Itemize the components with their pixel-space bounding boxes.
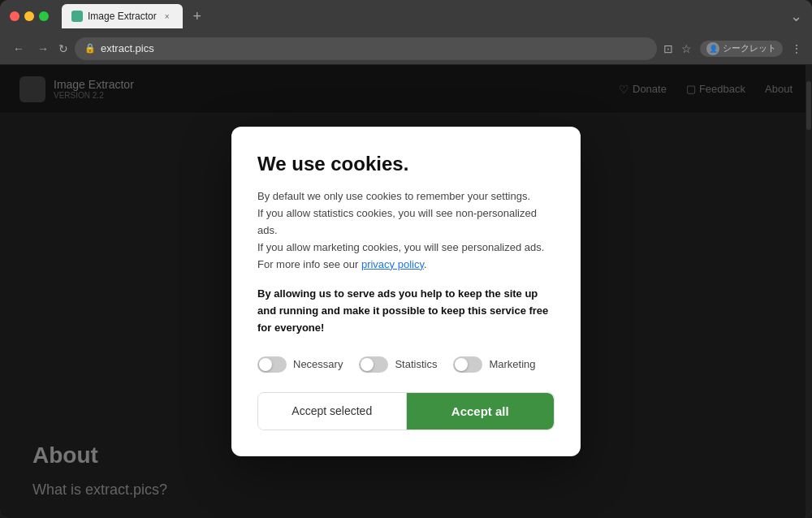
translate-icon[interactable]: ⊡ bbox=[663, 42, 673, 55]
accept-selected-button[interactable]: Accept selected bbox=[258, 393, 407, 430]
close-window-dot[interactable] bbox=[10, 11, 19, 21]
bookmark-icon[interactable]: ☆ bbox=[681, 42, 692, 55]
incognito-label: シークレット bbox=[723, 42, 776, 54]
statistics-label: Statistics bbox=[395, 358, 437, 370]
browser-frame: Image Extractor × + ⌄ ← → ↻ 🔒 extract.pi… bbox=[0, 0, 812, 518]
page-content: Image Extractor VERSION 2.2 ♡ Donate ▢ F… bbox=[0, 65, 812, 518]
modal-desc-line3: If you allow marketing cookies, you will… bbox=[257, 241, 544, 253]
modal-bold-text: By allowing us to serve ads you help to … bbox=[257, 286, 555, 336]
modal-desc-line4: For more info see our bbox=[257, 258, 358, 270]
modal-overlay: We use cookies. By default we only use c… bbox=[0, 65, 812, 518]
accept-all-button[interactable]: Accept all bbox=[407, 393, 555, 430]
incognito-badge: 👤 シークレット bbox=[700, 41, 783, 57]
necessary-toggle[interactable] bbox=[257, 356, 287, 373]
chrome-options-icon[interactable]: ⋮ bbox=[791, 42, 802, 55]
privacy-policy-link[interactable]: privacy policy bbox=[361, 258, 424, 270]
toggle-item-statistics: Statistics bbox=[359, 356, 437, 373]
statistics-toggle-thumb bbox=[361, 358, 374, 371]
marketing-toggle-thumb bbox=[455, 358, 468, 371]
cookie-modal: We use cookies. By default we only use c… bbox=[231, 127, 581, 455]
incognito-icon: 👤 bbox=[706, 42, 719, 55]
tab-title: Image Extractor bbox=[88, 11, 157, 22]
marketing-toggle[interactable] bbox=[453, 356, 482, 373]
address-bar-right: ⊡ ☆ 👤 シークレット ⋮ bbox=[663, 41, 802, 57]
lock-icon: 🔒 bbox=[84, 43, 96, 54]
chrome-menu-icon[interactable]: ⌄ bbox=[790, 7, 802, 25]
tab-close-button[interactable]: × bbox=[162, 11, 173, 22]
active-tab[interactable]: Image Extractor × bbox=[62, 4, 183, 28]
statistics-toggle[interactable] bbox=[359, 356, 388, 373]
new-tab-button[interactable]: + bbox=[186, 5, 209, 28]
modal-buttons: Accept selected Accept all bbox=[257, 392, 555, 430]
modal-desc-period: . bbox=[424, 258, 427, 270]
tab-favicon bbox=[71, 11, 83, 22]
tab-bar: Image Extractor × + bbox=[62, 4, 784, 28]
modal-desc-line1: By default we only use cookies to rememb… bbox=[257, 190, 530, 202]
maximize-window-dot[interactable] bbox=[39, 11, 49, 21]
title-bar: Image Extractor × + ⌄ bbox=[0, 0, 812, 32]
address-bar: ← → ↻ 🔒 extract.pics ⊡ ☆ 👤 シークレット ⋮ bbox=[0, 32, 812, 65]
traffic-lights bbox=[10, 11, 49, 21]
modal-description: By default we only use cookies to rememb… bbox=[257, 188, 555, 273]
toggles-row: Necessary Statistics Marketing bbox=[257, 356, 555, 373]
marketing-label: Marketing bbox=[489, 358, 535, 370]
back-button[interactable]: ← bbox=[10, 39, 28, 58]
toggle-item-marketing: Marketing bbox=[453, 356, 535, 373]
forward-button[interactable]: → bbox=[34, 39, 52, 58]
modal-title: We use cookies. bbox=[257, 153, 555, 175]
toggle-item-necessary: Necessary bbox=[257, 356, 343, 373]
minimize-window-dot[interactable] bbox=[24, 11, 34, 21]
url-bar[interactable]: 🔒 extract.pics bbox=[75, 37, 657, 60]
necessary-label: Necessary bbox=[293, 358, 343, 370]
url-text: extract.pics bbox=[101, 42, 647, 54]
modal-desc-line2: If you allow statistics cookies, you wil… bbox=[257, 207, 537, 236]
reload-button[interactable]: ↻ bbox=[58, 42, 68, 55]
necessary-toggle-thumb bbox=[259, 358, 272, 371]
